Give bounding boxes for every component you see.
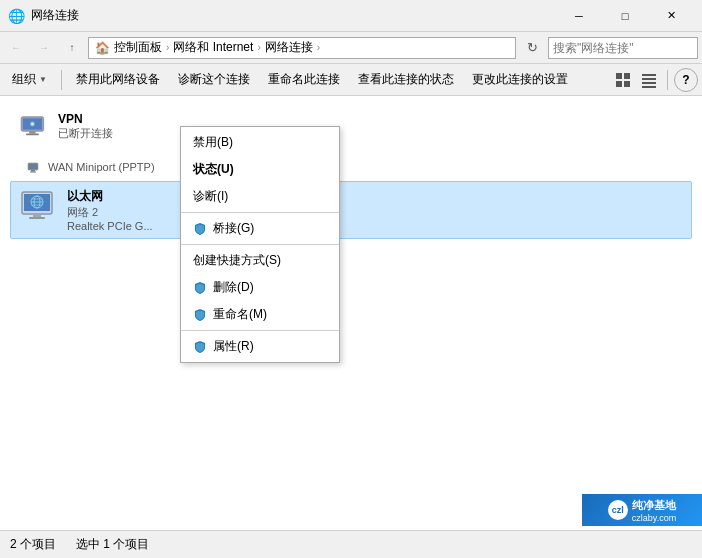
svg-rect-0 [616, 73, 622, 79]
svg-rect-2 [616, 81, 622, 87]
vpn-icon [18, 112, 50, 147]
svg-rect-7 [642, 86, 656, 88]
breadcrumb-sep-1: › [166, 42, 169, 53]
watermark: czl 纯净基地 czlaby.com [582, 494, 702, 526]
context-menu-delete-label: 删除(D) [213, 279, 254, 296]
context-menu-item-diagnose[interactable]: 诊断(I) [181, 183, 339, 210]
organize-dropdown-icon: ▼ [39, 75, 47, 84]
context-menu-item-delete[interactable]: 删除(D) [181, 274, 339, 301]
maximize-button[interactable]: □ [602, 0, 648, 32]
context-menu-item-bridge[interactable]: 桥接(G) [181, 215, 339, 242]
title-bar-left: 🌐 网络连接 [8, 7, 79, 24]
toolbar-separator-2 [667, 70, 668, 90]
shield-icon-bridge [193, 222, 207, 236]
context-menu: 禁用(B) 状态(U) 诊断(I) 桥接(G) 创建快捷方式(S [180, 126, 340, 363]
context-menu-item-status[interactable]: 状态(U) [181, 156, 339, 183]
details-view-button[interactable] [637, 68, 661, 92]
context-menu-rename-label: 重命名(M) [213, 306, 267, 323]
window-title: 网络连接 [31, 7, 79, 24]
breadcrumb-item-1: 控制面板 [114, 39, 162, 56]
vpn-sub-item: WAN Miniport (PPTP) [10, 157, 692, 177]
ethernet-info: 以太网 网络 2 Realtek PCIe G... [67, 188, 683, 232]
up-button[interactable]: ↑ [60, 36, 84, 60]
context-menu-sep-1 [181, 212, 339, 213]
vpn-sub-label: WAN Miniport (PPTP) [48, 161, 155, 173]
total-count: 2 个项目 [10, 536, 56, 553]
ethernet-name: 以太网 [67, 188, 683, 205]
svg-rect-11 [26, 134, 39, 136]
back-button[interactable]: ← [4, 36, 28, 60]
context-menu-item-rename[interactable]: 重命名(M) [181, 301, 339, 328]
status-bar: 2 个项目 选中 1 个项目 [0, 530, 702, 558]
ethernet-icon [19, 188, 59, 228]
main-content: VPN 已断开连接 WAN Miniport (PPTP) [0, 96, 702, 530]
context-menu-shortcut-label: 创建快捷方式(S) [193, 252, 281, 269]
toolbar-separator-1 [61, 70, 62, 90]
breadcrumb-sep-3: › [317, 42, 320, 53]
svg-rect-17 [30, 172, 36, 173]
minimize-button[interactable]: ─ [556, 0, 602, 32]
vpn-status: 已断开连接 [58, 126, 684, 141]
address-bar: ← → ↑ 🏠 控制面板 › 网络和 Internet › 网络连接 › ↻ 🔍 [0, 32, 702, 64]
network-items-panel: VPN 已断开连接 WAN Miniport (PPTP) [0, 96, 702, 530]
context-menu-properties-label: 属性(R) [213, 338, 254, 355]
vpn-name: VPN [58, 112, 684, 126]
breadcrumb-item-3: 网络连接 [265, 39, 313, 56]
help-button[interactable]: ? [674, 68, 698, 92]
context-menu-diagnose-label: 诊断(I) [193, 188, 228, 205]
svg-point-13 [31, 123, 33, 125]
shield-icon-rename [193, 308, 207, 322]
shield-icon-properties [193, 340, 207, 354]
forward-button[interactable]: → [32, 36, 56, 60]
svg-rect-16 [31, 170, 35, 172]
refresh-button[interactable]: ↻ [520, 36, 544, 60]
svg-rect-15 [29, 164, 37, 169]
ethernet-detail: Realtek PCIe G... [67, 220, 683, 232]
view-button[interactable] [611, 68, 635, 92]
svg-rect-21 [29, 217, 45, 219]
svg-rect-10 [29, 131, 35, 133]
status-button[interactable]: 查看此连接的状态 [350, 67, 462, 93]
ethernet-status: 网络 2 [67, 205, 683, 220]
context-menu-sep-3 [181, 330, 339, 331]
title-bar: 🌐 网络连接 ─ □ ✕ [0, 0, 702, 32]
shield-icon-delete [193, 281, 207, 295]
watermark-site: 纯净基地 [632, 498, 676, 513]
breadcrumb-item-2: 网络和 Internet [173, 39, 253, 56]
svg-rect-4 [642, 74, 656, 76]
breadcrumb[interactable]: 🏠 控制面板 › 网络和 Internet › 网络连接 › [88, 37, 516, 59]
vpn-network-item[interactable]: VPN 已断开连接 [10, 106, 692, 153]
diagnose-button[interactable]: 诊断这个连接 [170, 67, 258, 93]
selected-count: 选中 1 个项目 [76, 536, 149, 553]
watermark-logo: czl [608, 500, 628, 520]
watermark-url: czlaby.com [632, 513, 676, 523]
ethernet-network-item[interactable]: 以太网 网络 2 Realtek PCIe G... [10, 181, 692, 239]
organize-label: 组织 [12, 71, 36, 88]
toolbar-right: ? [611, 68, 698, 92]
context-menu-sep-2 [181, 244, 339, 245]
search-box[interactable]: 🔍 [548, 37, 698, 59]
breadcrumb-sep-2: › [257, 42, 260, 53]
svg-rect-5 [642, 78, 656, 80]
rename-button[interactable]: 重命名此连接 [260, 67, 348, 93]
context-menu-item-shortcut[interactable]: 创建快捷方式(S) [181, 247, 339, 274]
watermark-text: 纯净基地 czlaby.com [632, 498, 676, 523]
title-bar-controls: ─ □ ✕ [556, 0, 694, 32]
context-menu-item-properties[interactable]: 属性(R) [181, 333, 339, 360]
organize-button[interactable]: 组织 ▼ [4, 67, 55, 93]
disable-button[interactable]: 禁用此网络设备 [68, 67, 168, 93]
close-button[interactable]: ✕ [648, 0, 694, 32]
svg-rect-6 [642, 82, 656, 84]
svg-rect-20 [33, 214, 41, 217]
context-menu-item-disable[interactable]: 禁用(B) [181, 129, 339, 156]
svg-rect-3 [624, 81, 630, 87]
vpn-info: VPN 已断开连接 [58, 112, 684, 141]
svg-rect-1 [624, 73, 630, 79]
context-menu-disable-label: 禁用(B) [193, 134, 233, 151]
change-settings-button[interactable]: 更改此连接的设置 [464, 67, 576, 93]
context-menu-status-label: 状态(U) [193, 161, 234, 178]
search-input[interactable] [553, 41, 702, 55]
toolbar: 组织 ▼ 禁用此网络设备 诊断这个连接 重命名此连接 查看此连接的状态 更改此连… [0, 64, 702, 96]
context-menu-bridge-label: 桥接(G) [213, 220, 254, 237]
